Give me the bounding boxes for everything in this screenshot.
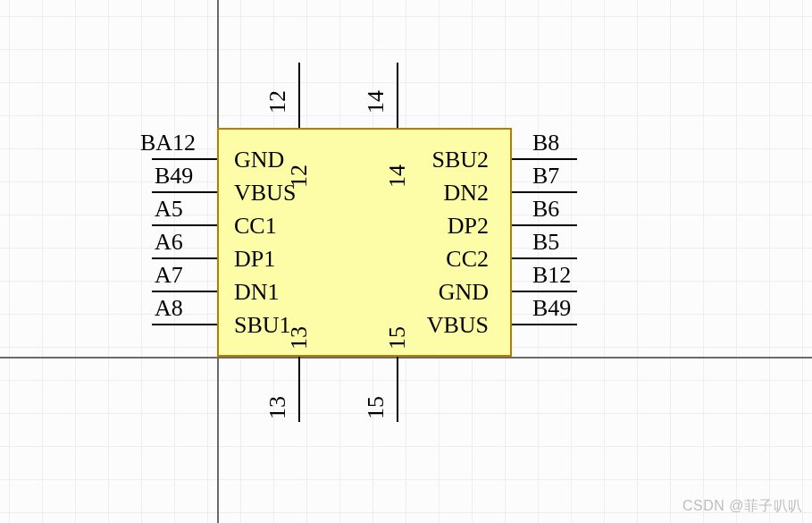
pin-designator: A6 (155, 229, 183, 256)
pin-line (512, 257, 577, 259)
pin-line (512, 291, 577, 292)
origin-axis-horizontal (0, 357, 812, 359)
pin-designator: A8 (155, 295, 183, 322)
pin-designator: B49 (532, 295, 571, 322)
pin-line (512, 158, 577, 160)
pin-inner-number: 14 (384, 164, 411, 188)
pin-line (152, 224, 217, 226)
pin-function-label: CC1 (234, 213, 277, 240)
pin-line (152, 257, 217, 259)
pin-designator: A5 (155, 196, 183, 223)
pin-line (152, 291, 217, 292)
pin-function-label: VBUS (427, 312, 489, 339)
pin-line (397, 63, 398, 128)
pin-line (152, 324, 217, 325)
pin-designator: B7 (532, 163, 559, 190)
pin-line (512, 224, 577, 226)
pin-designator: B8 (532, 130, 559, 156)
pin-function-label: SBU1 (234, 312, 291, 339)
pin-designator: B5 (532, 229, 559, 256)
pin-line (512, 324, 577, 325)
pin-line (298, 63, 300, 128)
pin-line (152, 191, 217, 193)
pin-designator: A7 (155, 262, 183, 289)
pin-designator: 15 (363, 396, 389, 419)
pin-designator: 12 (264, 90, 291, 114)
pin-designator: B12 (532, 262, 571, 289)
pin-function-label: DN1 (234, 279, 280, 306)
pin-line (298, 357, 300, 422)
pin-line (397, 357, 398, 422)
watermark: CSDN @菲子叭叭 (682, 497, 803, 516)
pin-designator: 14 (363, 90, 389, 114)
pin-function-label: CC2 (446, 246, 489, 273)
pin-function-label: SBU2 (431, 147, 489, 173)
pin-function-label: GND (439, 279, 489, 306)
pin-function-label: DN2 (443, 180, 489, 207)
pin-inner-number: 13 (286, 326, 313, 350)
pin-inner-number: 12 (286, 164, 313, 188)
pin-designator: B49 (155, 163, 193, 190)
pin-line (152, 158, 217, 160)
pin-function-label: DP2 (448, 213, 489, 240)
pin-function-label: DP1 (234, 246, 275, 273)
pin-inner-number: 15 (384, 326, 411, 350)
pin-designator: BA12 (140, 130, 196, 156)
pin-function-label: GND (234, 147, 284, 173)
pin-designator: 13 (264, 396, 291, 419)
pin-designator: B6 (532, 196, 559, 223)
pin-line (512, 191, 577, 193)
